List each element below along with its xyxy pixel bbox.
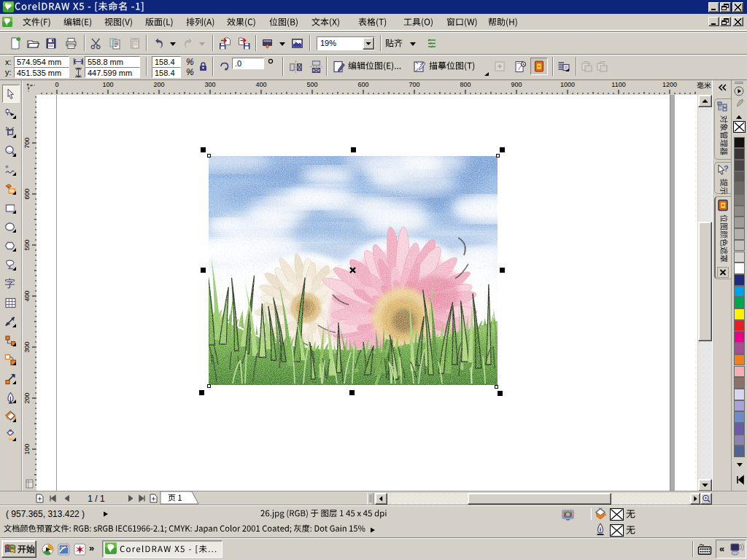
svg-text:?: ? — [724, 164, 729, 173]
